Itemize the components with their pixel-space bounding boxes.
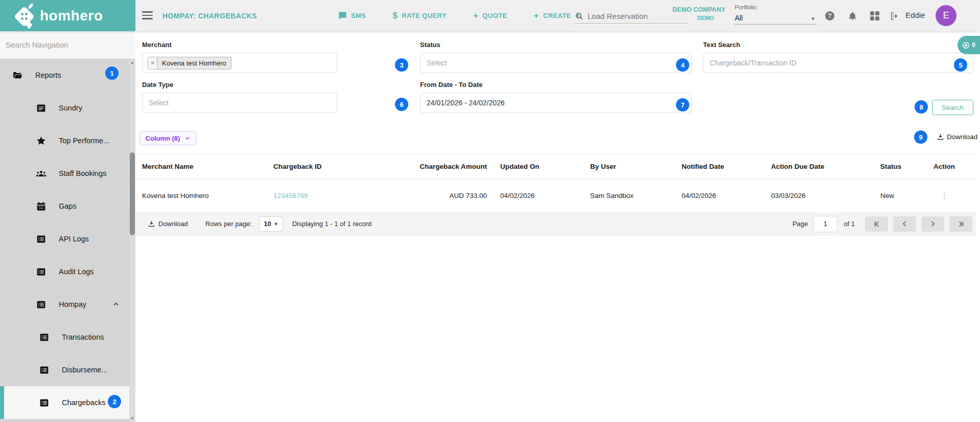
apps-button[interactable] xyxy=(870,11,880,21)
sidebar-item-api-logs[interactable]: API Logs xyxy=(0,223,132,255)
chip-remove-icon[interactable]: ✕ xyxy=(148,57,157,70)
user-name: Eddie xyxy=(905,11,925,19)
apps-grid-icon xyxy=(870,11,880,21)
sidebar-item-audit-logs[interactable]: Audit Logs xyxy=(0,255,132,288)
date-range-field[interactable]: 24/01/2026 - 24/02/2026 xyxy=(420,93,692,113)
company-sub: DEMO xyxy=(686,14,726,22)
chevron-down-icon: ▼ xyxy=(274,221,278,227)
rows-per-page-label: Rows per page: xyxy=(205,220,252,228)
chevron-down-icon: ▾ xyxy=(811,15,814,22)
footer-download-link[interactable]: Download xyxy=(148,220,188,228)
table-header-row: Merchant Name Chargeback ID Chargeback A… xyxy=(135,154,976,179)
cell-action-due-date: 03/03/2026 xyxy=(764,179,874,212)
next-page-button[interactable] xyxy=(921,216,944,232)
create-button[interactable]: + CREATE ▾ xyxy=(534,11,579,20)
list-icon xyxy=(39,397,50,408)
sidebar-item-staff-bookings[interactable]: Staff Bookings xyxy=(0,157,132,190)
menu-toggle-icon[interactable] xyxy=(142,11,153,19)
notifications-button[interactable] xyxy=(847,11,857,21)
sidebar-item-top-performers[interactable]: Top Performe... xyxy=(0,124,132,157)
chevron-down-icon xyxy=(184,135,191,141)
company-name: DEMO COMPANY xyxy=(659,6,726,14)
merchant-select[interactable]: ✕ Kovena test Homhero xyxy=(142,53,337,73)
quote-label: QUOTE xyxy=(482,12,507,19)
annotation-badge-4: 4 xyxy=(676,58,689,72)
col-merchant-name: Merchant Name xyxy=(135,154,267,179)
download-link[interactable]: Download xyxy=(937,131,977,142)
sidebar-item-gaps[interactable]: Gaps xyxy=(0,190,132,223)
list-icon xyxy=(39,365,50,375)
sidebar-nav: Reports Sundry Top Performe... Staff Boo… xyxy=(0,59,132,422)
scrollbar-thumb[interactable] xyxy=(130,152,135,235)
chargeback-id-link[interactable]: 123456789 xyxy=(273,192,308,199)
col-by-user: By User xyxy=(584,154,675,179)
col-status: Status xyxy=(874,154,927,179)
rows-per-page-select[interactable]: 10 ▼ xyxy=(259,216,283,232)
list-icon xyxy=(36,234,46,245)
record-circle-icon xyxy=(962,41,970,49)
sidebar-item-transactions[interactable]: Transactions xyxy=(0,321,132,353)
sidebar-item-label: Audit Logs xyxy=(59,268,94,276)
help-button[interactable]: ? xyxy=(825,11,835,21)
sidebar-item-sundry[interactable]: Sundry xyxy=(0,92,132,124)
records-summary: Displaying 1 - 1 of 1 record xyxy=(292,220,371,228)
row-actions-kebab-icon[interactable]: ⋮ xyxy=(941,194,948,196)
column-picker-button[interactable]: Column (8) xyxy=(139,131,197,145)
download-label: Download xyxy=(947,133,977,141)
cell-amount: AUD 733.00 xyxy=(369,179,494,212)
quote-button[interactable]: + QUOTE xyxy=(473,11,507,20)
search-button[interactable]: Search xyxy=(932,100,973,115)
date-type-select[interactable]: Select xyxy=(142,93,337,113)
cell-notified-date: 04/02/2026 xyxy=(675,179,764,212)
last-page-button[interactable] xyxy=(949,216,972,232)
sidebar-search-input[interactable] xyxy=(6,40,123,49)
main-content: Merchant ✕ Kovena test Homhero Status Se… xyxy=(135,31,980,422)
col-notified-date: Notified Date xyxy=(675,154,764,179)
sidebar-item-label: Transactions xyxy=(62,333,104,341)
sidebar-item-label: Hompay xyxy=(59,300,86,308)
brand-logo[interactable]: homhero xyxy=(0,0,135,31)
status-select[interactable]: Select xyxy=(420,53,692,73)
sidebar-scrollbar[interactable]: ▲ ▼ xyxy=(129,59,135,422)
groups-icon xyxy=(36,168,46,179)
first-page-button[interactable] xyxy=(865,216,888,232)
column-picker-label: Column (8) xyxy=(146,135,180,142)
bell-icon xyxy=(848,11,857,21)
logout-button[interactable] xyxy=(889,11,899,21)
col-chargeback-id: Chargeback ID xyxy=(267,154,369,179)
date-range-label: From Date - To Date xyxy=(420,81,483,88)
rate-query-label: RATE QUERY xyxy=(402,12,447,19)
col-action: Action xyxy=(927,154,976,179)
annotation-badge-7: 7 xyxy=(676,98,689,112)
text-search-field[interactable]: Chargeback/Transaction ID xyxy=(703,53,973,73)
portfolio-select[interactable]: Portfolio: All ▾ xyxy=(735,4,816,22)
rate-query-button[interactable]: $ RATE QUERY xyxy=(392,11,447,20)
sidebar-item-disbursements[interactable]: Disburseme... xyxy=(0,353,132,386)
brand-name: homhero xyxy=(40,8,103,24)
prev-page-button[interactable] xyxy=(893,216,916,232)
annotation-badge-1: 1 xyxy=(105,66,119,80)
logout-icon xyxy=(890,11,899,21)
table-row: Kovena test Homhero 123456789 AUD 733.00… xyxy=(135,179,976,212)
list-icon xyxy=(39,332,50,343)
sms-button[interactable]: SMS xyxy=(338,11,366,20)
plus-icon: + xyxy=(473,11,478,20)
date-type-label: Date Type xyxy=(142,81,173,88)
first-page-icon xyxy=(873,220,881,228)
page-number-input[interactable] xyxy=(813,216,837,232)
annotation-badge-5: 5 xyxy=(954,58,967,72)
scroll-up-icon[interactable]: ▲ xyxy=(130,60,135,65)
homhero-logo-icon xyxy=(13,4,36,28)
table-footer: Download Rows per page: 10 ▼ Displaying … xyxy=(135,212,976,236)
calendar-icon xyxy=(36,201,46,212)
filter-counter-badge[interactable]: 0 xyxy=(958,36,980,54)
sidebar-item-hompay[interactable]: Hompay xyxy=(0,288,132,321)
chip-label: Kovena test Homhero xyxy=(157,59,231,67)
scroll-down-icon[interactable]: ▼ xyxy=(130,416,135,421)
rows-per-page-value: 10 xyxy=(264,220,271,228)
sidebar-search[interactable] xyxy=(0,31,135,59)
avatar[interactable]: E xyxy=(936,5,956,26)
sidebar-item-label: Staff Bookings xyxy=(59,169,106,177)
page-title: HOMPAY: CHARGEBACKS xyxy=(162,12,257,20)
sidebar-item-label: Disburseme... xyxy=(62,366,107,374)
